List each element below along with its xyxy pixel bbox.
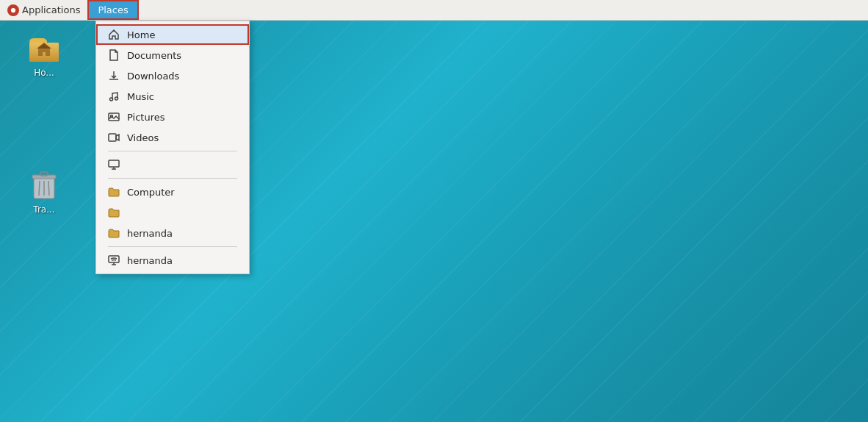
folder-icon-3 [108,227,120,239]
downloads-label: Downloads [127,71,179,82]
menu-item-pictures[interactable]: Pictures [96,107,249,127]
separator-1 [108,151,237,151]
menu-item-hernanda-1[interactable]: Computer [96,182,249,202]
computer-icon [108,159,120,171]
places-label: Places [98,4,128,15]
separator-3 [108,246,237,247]
home-label: Home [127,29,155,40]
menu-item-downloads[interactable]: Downloads [96,65,249,86]
places-dropdown-menu: Home Documents Downloads [95,21,250,274]
folder-icon-2 [108,207,120,218]
network-icon [108,254,120,266]
separator-2 [108,178,237,179]
hernanda-1-label: Computer [127,187,175,198]
menu-item-music[interactable]: Music [96,86,249,107]
desktop-icons-area: Ho... Tra... [15,29,73,215]
music-icon [108,90,120,102]
downloads-icon [108,70,120,82]
menu-item-videos[interactable]: Videos [96,127,249,148]
wolthuir-label: hernanda [127,228,173,239]
menu-item-computer[interactable] [96,154,249,175]
applications-label: Applications [22,4,80,15]
svg-line-8 [48,181,49,196]
home-folder-label: Ho... [34,68,54,78]
desktop: Applications Places [0,0,868,422]
pictures-icon [108,111,120,123]
svg-point-11 [110,98,113,101]
menu-item-documents[interactable]: Documents [96,45,249,65]
trash-label: Tra... [33,204,54,215]
menu-item-wolthuir[interactable]: hernanda [96,223,249,243]
trash-icon[interactable]: Tra... [15,166,73,215]
pictures-label: Pictures [127,112,164,123]
svg-rect-16 [109,160,119,167]
svg-rect-10 [40,172,48,176]
places-menu-button[interactable]: Places [87,0,138,20]
home-folder-svg [26,29,62,65]
svg-rect-15 [109,134,116,141]
browse-network-label: hernanda [127,255,173,266]
videos-label: Videos [127,132,159,143]
app-icon [7,4,19,16]
svg-rect-17 [109,256,119,262]
menu-item-browse-network[interactable]: hernanda [96,250,249,271]
applications-menu-button[interactable]: Applications [0,0,87,20]
svg-point-12 [115,97,118,100]
music-label: Music [127,91,154,102]
folder-icon-1 [108,186,120,198]
svg-line-6 [39,181,40,196]
menu-item-hernanda-2[interactable] [96,202,249,223]
documents-label: Documents [127,50,181,61]
svg-point-0 [11,7,15,12]
home-icon [108,29,120,40]
documents-icon [108,49,120,61]
menu-item-home[interactable]: Home [96,24,249,45]
trash-svg [26,166,62,201]
home-folder-icon[interactable]: Ho... [15,29,73,78]
videos-icon [108,132,120,143]
top-panel: Applications Places [0,0,868,21]
